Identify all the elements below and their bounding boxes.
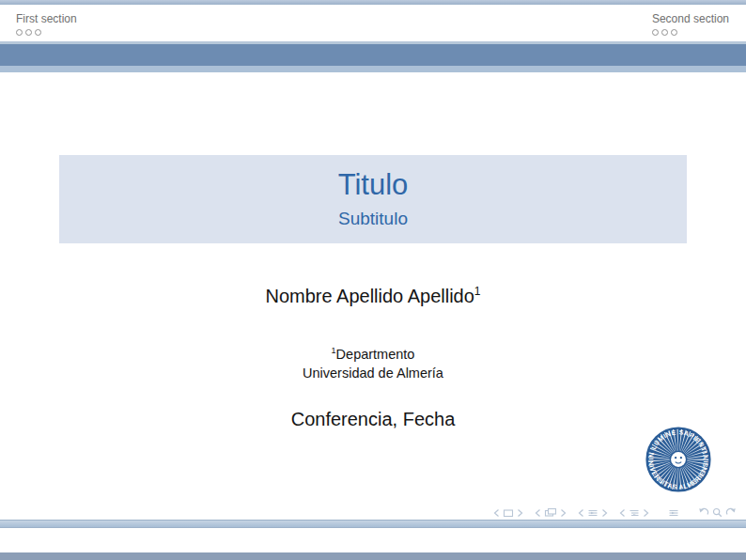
second-section-slide-dots bbox=[652, 29, 729, 36]
author-footnote-mark: 1 bbox=[474, 285, 481, 298]
beamer-title-slide: First section Second section Titulo Subt… bbox=[0, 0, 746, 560]
appendix-icon[interactable] bbox=[668, 508, 679, 518]
author-name: Nombre Apellido Apellido1 bbox=[0, 280, 746, 307]
section-icon[interactable] bbox=[587, 508, 598, 518]
prev-frame-icon[interactable] bbox=[535, 508, 541, 518]
first-section-slide-dots bbox=[16, 29, 77, 36]
conference-date: Conferencia, Fecha bbox=[0, 409, 746, 430]
bottom-bar bbox=[0, 552, 746, 560]
slide-dot[interactable] bbox=[661, 29, 668, 36]
slide-dot[interactable] bbox=[35, 29, 41, 36]
footer-band: Titulo corredero Universidad de Almería bbox=[0, 528, 746, 552]
nav-frame-group bbox=[535, 507, 567, 518]
header-section-second[interactable]: Second section bbox=[652, 12, 729, 36]
slide-dot[interactable] bbox=[16, 29, 23, 36]
seal-face-eye bbox=[680, 457, 682, 459]
author-name-text: Nombre Apellido Apellido bbox=[265, 286, 474, 306]
next-frame-icon[interactable] bbox=[560, 508, 567, 518]
slide-dot[interactable] bbox=[652, 29, 659, 36]
title-block: Titulo Subtitulo bbox=[59, 155, 687, 243]
institute-department-line: 1Departmento bbox=[0, 341, 746, 365]
next-subsection-icon[interactable] bbox=[643, 508, 649, 518]
go-forward-icon[interactable] bbox=[725, 507, 737, 518]
seal-face-eye bbox=[675, 457, 676, 459]
nav-appendix-group bbox=[668, 508, 679, 518]
slide-subtitle: Subtitulo bbox=[59, 208, 687, 229]
slide-dot[interactable] bbox=[671, 29, 677, 36]
institute-university: Universidad de Almería bbox=[0, 364, 746, 383]
next-slide-icon[interactable] bbox=[517, 508, 523, 518]
header-bar-light bbox=[0, 66, 746, 72]
header-section-bar: First section Second section bbox=[0, 5, 746, 41]
author-block: Nombre Apellido Apellido1 1Departmento U… bbox=[0, 280, 746, 430]
nav-history-group bbox=[698, 507, 737, 518]
nav-subsection-group bbox=[619, 508, 649, 518]
beamer-navigation-bar bbox=[493, 506, 737, 519]
nav-slide-group bbox=[493, 508, 523, 518]
institute-department: Departmento bbox=[336, 346, 415, 361]
second-section-label[interactable]: Second section bbox=[652, 12, 729, 26]
header-bar-main bbox=[0, 44, 746, 66]
first-section-label[interactable]: First section bbox=[16, 12, 77, 26]
institute-block: 1Departmento Universidad de Almería bbox=[0, 341, 746, 384]
prev-slide-icon[interactable] bbox=[493, 508, 500, 518]
next-section-icon[interactable] bbox=[601, 508, 608, 518]
frame-icon[interactable] bbox=[544, 507, 557, 518]
seal-sun-face bbox=[671, 452, 686, 467]
header-section-first[interactable]: First section bbox=[16, 12, 77, 36]
prev-section-icon[interactable] bbox=[578, 508, 584, 518]
subsection-icon[interactable] bbox=[629, 508, 640, 518]
footer-accent-strip bbox=[0, 520, 746, 528]
slide-dot[interactable] bbox=[25, 29, 32, 36]
search-icon[interactable] bbox=[712, 507, 723, 518]
go-back-icon[interactable] bbox=[698, 507, 709, 518]
university-seal-logo: IN LUMINE SAPIENTIA UNIVERSITAS ALMERIEN… bbox=[645, 426, 712, 493]
slide-icon[interactable] bbox=[503, 508, 514, 518]
nav-section-group bbox=[578, 508, 608, 518]
slide-title: Titulo bbox=[59, 167, 687, 203]
prev-subsection-icon[interactable] bbox=[619, 508, 626, 518]
